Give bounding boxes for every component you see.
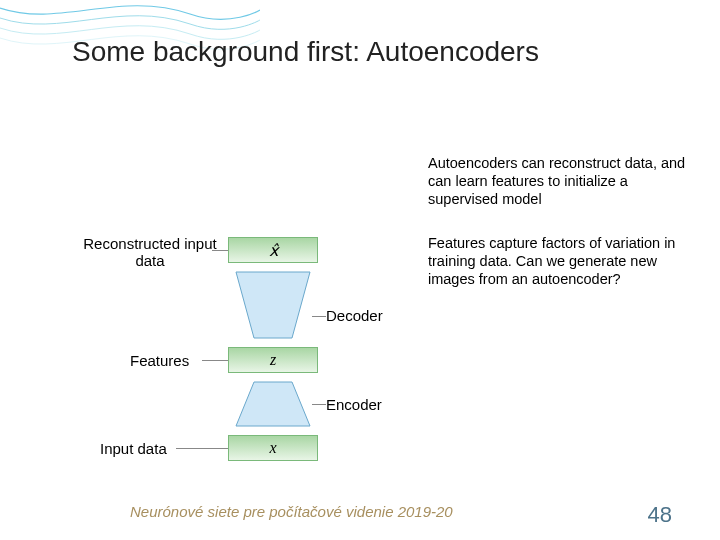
var-box-xhat: x̂ (228, 237, 318, 263)
label-decoder: Decoder (326, 307, 383, 324)
connector-line (312, 404, 326, 405)
label-encoder: Encoder (326, 396, 382, 413)
decoder-trapezoid-icon (234, 270, 312, 340)
var-box-z: z (228, 347, 318, 373)
connector-line (176, 448, 228, 449)
connector-line (202, 360, 228, 361)
encoder-trapezoid-icon (234, 380, 312, 428)
var-box-x: x (228, 435, 318, 461)
connector-line (212, 250, 228, 251)
label-features: Features (130, 352, 189, 369)
page-number: 48 (648, 502, 672, 528)
svg-marker-1 (236, 382, 310, 426)
footer-text: Neurónové siete pre počítačové videnie 2… (130, 503, 453, 520)
paragraph-autoencoders-reconstruct: Autoencoders can reconstruct data, and c… (428, 154, 688, 208)
svg-marker-0 (236, 272, 310, 338)
slide-title: Some background first: Autoencoders (72, 36, 539, 68)
label-reconstructed-input-data: Reconstructed input data (80, 235, 220, 270)
label-input-data: Input data (100, 440, 167, 457)
paragraph-features-capture: Features capture factors of variation in… (428, 234, 698, 288)
slide-content: Autoencoders can reconstruct data, and c… (0, 130, 720, 490)
connector-line (312, 316, 326, 317)
